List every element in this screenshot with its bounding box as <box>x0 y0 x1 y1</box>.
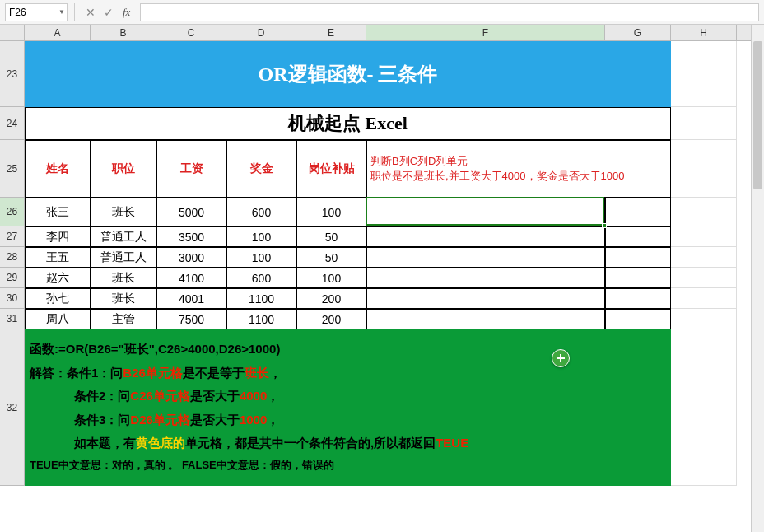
table-header-A: 姓名 <box>25 140 91 198</box>
cell-empty[interactable] <box>671 329 737 486</box>
table-cell[interactable]: 600 <box>226 268 296 288</box>
table-cell[interactable]: 3000 <box>156 247 226 268</box>
table-cell[interactable]: 班长 <box>91 288 156 309</box>
name-box-value: F26 <box>9 7 26 18</box>
cell-empty[interactable] <box>671 198 737 226</box>
table-header-C: 工资 <box>156 140 226 198</box>
row-headers: 23242526272829303132 <box>0 41 25 486</box>
cells-area[interactable]: OR逻辑函数- 三条件机械起点 Excel姓名职位工资奖金岗位补贴判断B列C列D… <box>25 41 737 486</box>
row-header-31[interactable]: 31 <box>0 309 24 329</box>
table-cell[interactable]: 4001 <box>156 288 226 309</box>
explanation-cell: 函数:=OR(B26="班长",C26>4000,D26>1000)解答：条件1… <box>25 329 671 486</box>
vertical-scrollbar[interactable] <box>751 25 764 532</box>
row-header-30[interactable]: 30 <box>0 288 24 309</box>
table-cell[interactable]: 200 <box>296 309 366 329</box>
table-header-D: 奖金 <box>226 140 296 198</box>
table-cell-G[interactable] <box>605 247 671 268</box>
row-header-23[interactable]: 23 <box>0 41 24 107</box>
table-cell[interactable]: 50 <box>296 247 366 268</box>
table-cell-F[interactable] <box>366 226 605 247</box>
column-headers: ABCDEFGH <box>0 25 764 41</box>
cell-empty[interactable] <box>671 41 737 107</box>
cell-empty[interactable] <box>671 226 737 247</box>
column-header-B[interactable]: B <box>91 25 156 40</box>
table-cell[interactable]: 1100 <box>226 288 296 309</box>
table-cell-F[interactable] <box>366 198 605 226</box>
table-cell[interactable]: 7500 <box>156 309 226 329</box>
table-cell[interactable]: 王五 <box>25 247 91 268</box>
table-cell[interactable]: 50 <box>296 226 366 247</box>
table-cell[interactable]: 班长 <box>91 198 156 226</box>
table-cell-G[interactable] <box>605 309 671 329</box>
row-header-29[interactable]: 29 <box>0 268 24 288</box>
table-cell[interactable]: 4100 <box>156 268 226 288</box>
column-header-G[interactable]: G <box>605 25 671 40</box>
table-cell-G[interactable] <box>605 268 671 288</box>
row-header-24[interactable]: 24 <box>0 107 24 140</box>
table-header-E: 岗位补贴 <box>296 140 366 198</box>
cancel-formula-icon[interactable]: ✕ <box>83 5 98 20</box>
fx-icon[interactable]: fx <box>123 6 130 19</box>
table-cell-G[interactable] <box>605 288 671 309</box>
table-cell[interactable]: 100 <box>226 247 296 268</box>
table-cell-G[interactable] <box>605 226 671 247</box>
fill-handle[interactable] <box>602 223 607 228</box>
table-cell[interactable]: 普通工人 <box>91 247 156 268</box>
title-cell: OR逻辑函数- 三条件 <box>25 41 671 107</box>
name-box-dropdown-icon[interactable]: ▼ <box>58 8 65 16</box>
table-cell-F[interactable] <box>366 268 605 288</box>
row-header-25[interactable]: 25 <box>0 140 24 198</box>
table-cell[interactable]: 600 <box>226 198 296 226</box>
cell-empty[interactable] <box>671 288 737 309</box>
cell-empty[interactable] <box>671 268 737 288</box>
table-cell[interactable]: 孙七 <box>25 288 91 309</box>
table-cell[interactable]: 主管 <box>91 309 156 329</box>
table-cell[interactable]: 200 <box>296 288 366 309</box>
table-cell[interactable]: 班长 <box>91 268 156 288</box>
row-header-27[interactable]: 27 <box>0 226 24 247</box>
name-box[interactable]: F26 ▼ <box>5 3 68 21</box>
row-header-26[interactable]: 26 <box>0 198 24 226</box>
table-cell-F[interactable] <box>366 288 605 309</box>
table-cell[interactable]: 5000 <box>156 198 226 226</box>
cell-empty[interactable] <box>671 309 737 329</box>
vertical-scrollbar-thumb[interactable] <box>753 41 762 189</box>
cursor-plus-badge <box>552 349 570 367</box>
column-header-A[interactable]: A <box>25 25 91 40</box>
cell-empty[interactable] <box>671 107 737 140</box>
cell-empty[interactable] <box>671 140 737 198</box>
table-cell[interactable]: 李四 <box>25 226 91 247</box>
table-cell[interactable]: 100 <box>226 226 296 247</box>
column-header-D[interactable]: D <box>226 25 296 40</box>
table-cell[interactable]: 张三 <box>25 198 91 226</box>
spreadsheet-grid: ABCDEFGH 23242526272829303132 OR逻辑函数- 三条… <box>0 25 764 532</box>
cell-empty[interactable] <box>671 247 737 268</box>
table-cell[interactable]: 1100 <box>226 309 296 329</box>
column-header-C[interactable]: C <box>156 25 226 40</box>
table-cell[interactable]: 赵六 <box>25 268 91 288</box>
column-header-H[interactable]: H <box>671 25 737 40</box>
table-cell[interactable]: 3500 <box>156 226 226 247</box>
table-cell[interactable]: 周八 <box>25 309 91 329</box>
separator <box>74 3 75 21</box>
select-all-corner[interactable] <box>0 25 25 40</box>
accept-formula-icon[interactable]: ✓ <box>101 5 116 20</box>
table-header-B: 职位 <box>91 140 156 198</box>
table-cell-F[interactable] <box>366 309 605 329</box>
formula-bar: F26 ▼ ✕ ✓ fx <box>0 0 764 25</box>
table-header-F: 判断B列C列D列单元职位是不是班长,并工资大于4000，奖金是否大于1000 <box>366 140 671 198</box>
subtitle-cell: 机械起点 Excel <box>25 107 671 140</box>
row-header-32[interactable]: 32 <box>0 329 24 486</box>
table-cell-F[interactable] <box>366 247 605 268</box>
column-header-E[interactable]: E <box>296 25 366 40</box>
table-cell-G[interactable] <box>605 198 671 226</box>
column-header-F[interactable]: F <box>366 25 605 40</box>
table-cell[interactable]: 普通工人 <box>91 226 156 247</box>
table-cell[interactable]: 100 <box>296 198 366 226</box>
formula-input[interactable] <box>140 3 759 21</box>
row-header-28[interactable]: 28 <box>0 247 24 268</box>
table-cell[interactable]: 100 <box>296 268 366 288</box>
